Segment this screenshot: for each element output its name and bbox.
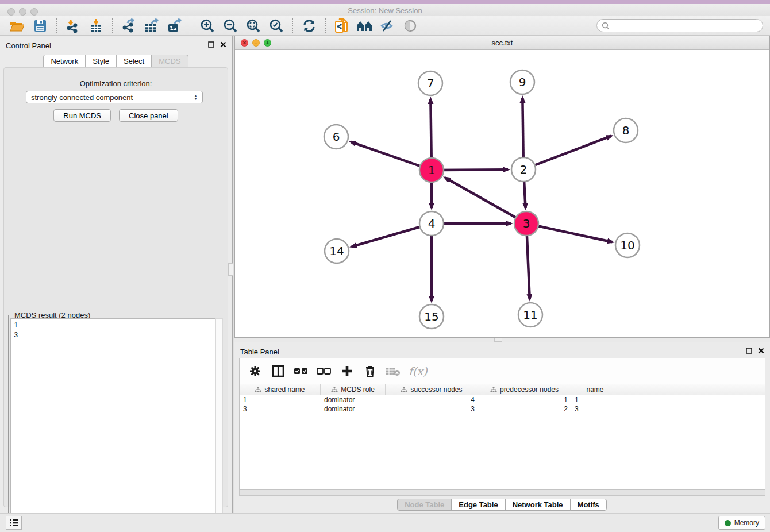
- float-table-panel-icon[interactable]: [746, 348, 752, 354]
- open-file-icon[interactable]: [7, 18, 27, 34]
- deselect-all-checkboxes-icon[interactable]: [317, 364, 332, 379]
- svg-text:4: 4: [428, 217, 436, 230]
- mcds-result-box: MCDS result (2 nodes) 1 3: [8, 315, 225, 532]
- first-neighbors-icon[interactable]: [355, 18, 375, 34]
- duplicate-network-icon[interactable]: [332, 18, 352, 34]
- column-header-successor-nodes[interactable]: successor nodes: [386, 384, 478, 395]
- search-input[interactable]: [610, 22, 763, 30]
- node-3[interactable]: 3: [514, 211, 538, 236]
- node-2[interactable]: 2: [511, 157, 536, 182]
- tab-style[interactable]: Style: [85, 55, 117, 68]
- zoom-out-icon[interactable]: [221, 18, 240, 34]
- apply-layout-icon[interactable]: [299, 18, 319, 34]
- zoom-in-icon[interactable]: [198, 18, 217, 34]
- mcds-tab-content: Optimization criterion: strongly connect…: [3, 67, 228, 507]
- node-10[interactable]: 10: [615, 233, 640, 257]
- control-panel-title: Control Panel: [6, 41, 51, 50]
- export-image-icon[interactable]: [165, 18, 184, 34]
- svg-text:3: 3: [523, 217, 530, 230]
- node-1[interactable]: 1: [419, 158, 444, 182]
- mcds-result-text[interactable]: 1 3: [10, 318, 215, 530]
- svg-text:14: 14: [329, 244, 344, 258]
- edge-2-8[interactable]: [523, 136, 611, 169]
- chevron-up-down-icon: ▲▼: [194, 94, 198, 100]
- svg-text:11: 11: [523, 308, 537, 322]
- column-header-MCDS-role[interactable]: MCDS role: [321, 384, 386, 395]
- close-table-panel-icon[interactable]: [758, 348, 764, 354]
- memory-status-icon: [725, 520, 731, 526]
- tab-network-table[interactable]: Network Table: [505, 499, 571, 511]
- cell-successor-nodes[interactable]: 4: [386, 395, 478, 404]
- criterion-select[interactable]: strongly connected component ▲▼: [26, 91, 203, 103]
- toolbar-separator: [56, 18, 57, 33]
- cell-MCDS-role[interactable]: dominator: [321, 404, 386, 414]
- node-4[interactable]: 4: [419, 211, 444, 236]
- search-box[interactable]: [596, 19, 763, 32]
- hide-selected-icon[interactable]: [378, 18, 398, 34]
- import-network-icon[interactable]: [63, 18, 83, 34]
- show-all-icon[interactable]: [401, 18, 421, 34]
- cell-name[interactable]: 1: [571, 395, 619, 404]
- table-header-row: shared nameMCDS rolesuccessor nodesprede…: [240, 384, 765, 395]
- svg-text:1: 1: [428, 163, 436, 177]
- table-row[interactable]: 1dominator411: [240, 395, 765, 404]
- tab-motifs[interactable]: Motifs: [570, 499, 607, 511]
- settings-gear-icon[interactable]: [248, 364, 263, 379]
- network-view-window: × − + scc.txt 7968124314101511: [234, 36, 770, 338]
- cell-name[interactable]: 3: [571, 404, 619, 414]
- tab-select[interactable]: Select: [116, 55, 152, 68]
- node-15[interactable]: 15: [419, 304, 444, 329]
- cell-predecessor-nodes[interactable]: 1: [478, 395, 571, 404]
- float-panel-icon[interactable]: [208, 41, 214, 48]
- cell-MCDS-role[interactable]: dominator: [321, 395, 386, 404]
- tab-network[interactable]: Network: [43, 55, 86, 68]
- node-9[interactable]: 9: [510, 70, 534, 94]
- vertical-splitter-grip[interactable]: [228, 263, 233, 276]
- mcds-result-scrollbar[interactable]: [215, 318, 223, 530]
- cell-shared-name[interactable]: 3: [240, 404, 321, 414]
- export-network-icon[interactable]: [119, 18, 138, 34]
- edge-1-6[interactable]: [351, 142, 432, 170]
- horizontal-splitter-grip[interactable]: [494, 338, 502, 342]
- window-accent-strip: [0, 0, 770, 4]
- delete-column-icon[interactable]: [363, 364, 378, 379]
- table-row[interactable]: 3dominator323: [240, 404, 765, 414]
- tab-mcds[interactable]: MCDS: [151, 55, 188, 68]
- edge-3-1[interactable]: [445, 178, 526, 223]
- cell-successor-nodes[interactable]: 3: [386, 404, 478, 414]
- column-header-name[interactable]: name: [571, 384, 619, 395]
- run-mcds-button[interactable]: Run MCDS: [53, 109, 111, 122]
- toolbar-separator: [325, 18, 326, 33]
- tab-edge-table[interactable]: Edge Table: [451, 499, 505, 511]
- memory-button-label: Memory: [734, 519, 759, 527]
- node-11[interactable]: 11: [518, 303, 542, 327]
- zoom-fit-icon[interactable]: [244, 18, 263, 34]
- toolbar-separator: [191, 18, 191, 33]
- export-table-icon[interactable]: [142, 18, 161, 34]
- tab-node-table[interactable]: Node Table: [397, 499, 452, 511]
- node-6[interactable]: 6: [324, 125, 348, 149]
- memory-button[interactable]: Memory: [718, 516, 765, 530]
- network-canvas[interactable]: 7968124314101511: [235, 50, 769, 337]
- column-layout-icon[interactable]: [271, 364, 286, 379]
- zoom-selected-icon[interactable]: [267, 18, 286, 34]
- svg-text:7: 7: [427, 76, 434, 90]
- svg-text:8: 8: [622, 124, 630, 137]
- node-7[interactable]: 7: [418, 71, 442, 95]
- select-all-checkboxes-icon[interactable]: [294, 364, 309, 379]
- task-history-button[interactable]: [6, 516, 22, 530]
- column-header-predecessor-nodes[interactable]: predecessor nodes: [478, 384, 571, 395]
- cell-predecessor-nodes[interactable]: 2: [478, 404, 571, 414]
- table-horizontal-scrollbar[interactable]: [239, 490, 765, 496]
- close-panel-icon[interactable]: [220, 41, 226, 48]
- close-panel-button[interactable]: Close panel: [119, 109, 178, 122]
- edge-3-10[interactable]: [526, 223, 613, 242]
- svg-text:15: 15: [424, 310, 438, 323]
- import-table-icon[interactable]: [86, 18, 106, 34]
- add-column-icon[interactable]: [340, 364, 355, 379]
- node-8[interactable]: 8: [614, 118, 638, 142]
- node-14[interactable]: 14: [325, 239, 349, 263]
- save-session-icon[interactable]: [30, 18, 50, 34]
- cell-shared-name[interactable]: 1: [240, 395, 321, 404]
- column-header-shared-name[interactable]: shared name: [240, 384, 321, 395]
